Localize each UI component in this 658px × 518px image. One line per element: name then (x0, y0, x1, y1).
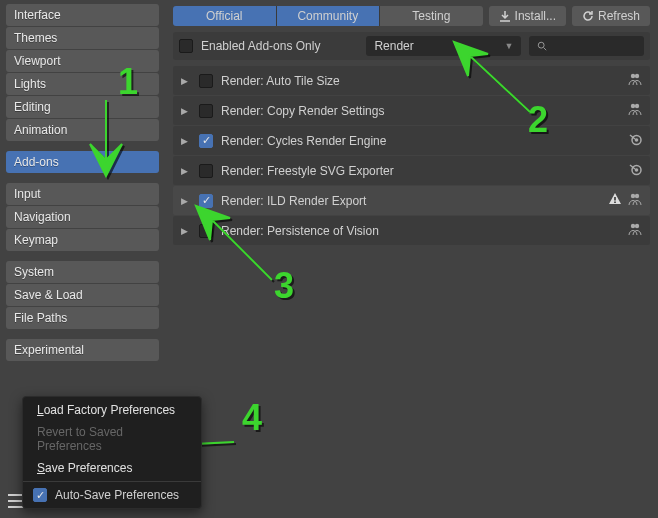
warning-icon (608, 192, 622, 209)
search-input[interactable] (553, 39, 636, 53)
download-icon (499, 10, 511, 22)
svg-point-6 (635, 138, 639, 142)
enabled-only-checkbox[interactable] (179, 39, 193, 53)
addon-enable-checkbox[interactable] (199, 224, 213, 238)
search-box[interactable] (529, 36, 644, 56)
addon-row[interactable]: ▶ Render: Persistence of Vision (173, 216, 650, 245)
svg-point-4 (635, 104, 639, 108)
addon-name-label: Render: Persistence of Vision (221, 224, 620, 238)
addon-name-label: Render: Freestyle SVG Exporter (221, 164, 620, 178)
filter-row: Enabled Add-ons Only Render ▼ (173, 32, 650, 60)
svg-point-0 (539, 42, 545, 48)
sidebar-item-themes[interactable]: Themes (6, 27, 159, 49)
svg-point-12 (635, 194, 639, 198)
svg-point-11 (631, 194, 635, 198)
community-icon (628, 102, 642, 119)
sidebar-item-filepaths[interactable]: File Paths (6, 307, 159, 329)
community-icon (628, 192, 642, 209)
menu-autosave[interactable]: Auto-Save Preferences (23, 484, 201, 506)
category-value: Render (374, 39, 413, 53)
svg-point-13 (631, 224, 635, 228)
addon-status-icons (628, 102, 642, 119)
addon-name-label: Render: Copy Render Settings (221, 104, 620, 118)
svg-rect-9 (614, 197, 616, 201)
main-panel: Official Community Testing Install... Re… (165, 0, 658, 518)
blender-icon (628, 162, 642, 179)
addon-status-icons (628, 222, 642, 239)
install-button[interactable]: Install... (489, 6, 566, 26)
disclosure-triangle[interactable]: ▶ (181, 196, 191, 206)
addon-list: ▶ Render: Auto Tile Size ▶ Render: Copy … (173, 66, 650, 245)
addon-enable-checkbox[interactable] (199, 164, 213, 178)
chevron-down-icon: ▼ (505, 41, 514, 51)
menu-separator (23, 481, 201, 482)
addon-enable-checkbox[interactable] (199, 74, 213, 88)
community-icon (628, 222, 642, 239)
addon-enable-checkbox[interactable] (199, 134, 213, 148)
svg-point-8 (635, 168, 639, 172)
addon-row[interactable]: ▶ Render: Copy Render Settings (173, 96, 650, 125)
disclosure-triangle[interactable]: ▶ (181, 76, 191, 86)
sidebar-item-viewport[interactable]: Viewport (6, 50, 159, 72)
addons-toolbar: Official Community Testing Install... Re… (173, 6, 650, 26)
preferences-context-menu: Load Factory Preferences Revert to Saved… (22, 396, 202, 509)
sidebar-item-lights[interactable]: Lights (6, 73, 159, 95)
autosave-checkbox[interactable] (33, 488, 47, 502)
addon-row[interactable]: ▶ Render: Freestyle SVG Exporter (173, 156, 650, 185)
refresh-button[interactable]: Refresh (572, 6, 650, 26)
category-dropdown[interactable]: Render ▼ (366, 36, 521, 56)
addon-status-icons (628, 72, 642, 89)
addon-enable-checkbox[interactable] (199, 194, 213, 208)
sidebar-item-keymap[interactable]: Keymap (6, 229, 159, 251)
refresh-label: Refresh (598, 9, 640, 23)
refresh-icon (582, 10, 594, 22)
menu-revert: Revert to Saved Preferences (23, 421, 201, 457)
blender-icon (628, 132, 642, 149)
search-icon (537, 40, 547, 52)
addon-row[interactable]: ▶ Render: Cycles Render Engine (173, 126, 650, 155)
support-level-tabs: Official Community Testing (173, 6, 483, 26)
sidebar-item-interface[interactable]: Interface (6, 4, 159, 26)
disclosure-triangle[interactable]: ▶ (181, 136, 191, 146)
sidebar-item-addons[interactable]: Add-ons (6, 151, 159, 173)
sidebar-item-navigation[interactable]: Navigation (6, 206, 159, 228)
menu-save-prefs[interactable]: Save Preferences (23, 457, 201, 479)
menu-load-factory[interactable]: Load Factory Preferences (23, 399, 201, 421)
sidebar-item-input[interactable]: Input (6, 183, 159, 205)
svg-point-3 (631, 104, 635, 108)
disclosure-triangle[interactable]: ▶ (181, 166, 191, 176)
addon-row[interactable]: ▶ Render: Auto Tile Size (173, 66, 650, 95)
addon-row[interactable]: ▶ Render: ILD Render Export (173, 186, 650, 215)
sidebar-item-experimental[interactable]: Experimental (6, 339, 159, 361)
svg-point-14 (635, 224, 639, 228)
autosave-label: Auto-Save Preferences (55, 488, 179, 502)
addon-status-icons (628, 132, 642, 149)
sidebar-item-saveload[interactable]: Save & Load (6, 284, 159, 306)
sidebar-item-animation[interactable]: Animation (6, 119, 159, 141)
addon-status-icons (628, 162, 642, 179)
tab-community[interactable]: Community (277, 6, 381, 26)
install-label: Install... (515, 9, 556, 23)
sidebar-item-system[interactable]: System (6, 261, 159, 283)
addon-status-icons (608, 192, 642, 209)
svg-point-1 (631, 74, 635, 78)
community-icon (628, 72, 642, 89)
svg-point-2 (635, 74, 639, 78)
sidebar-item-editing[interactable]: Editing (6, 96, 159, 118)
svg-rect-10 (614, 202, 616, 204)
disclosure-triangle[interactable]: ▶ (181, 106, 191, 116)
addon-enable-checkbox[interactable] (199, 104, 213, 118)
addon-name-label: Render: Cycles Render Engine (221, 134, 620, 148)
enabled-only-label: Enabled Add-ons Only (201, 39, 320, 53)
addon-name-label: Render: Auto Tile Size (221, 74, 620, 88)
disclosure-triangle[interactable]: ▶ (181, 226, 191, 236)
tab-official[interactable]: Official (173, 6, 277, 26)
addon-name-label: Render: ILD Render Export (221, 194, 600, 208)
tab-testing[interactable]: Testing (380, 6, 483, 26)
